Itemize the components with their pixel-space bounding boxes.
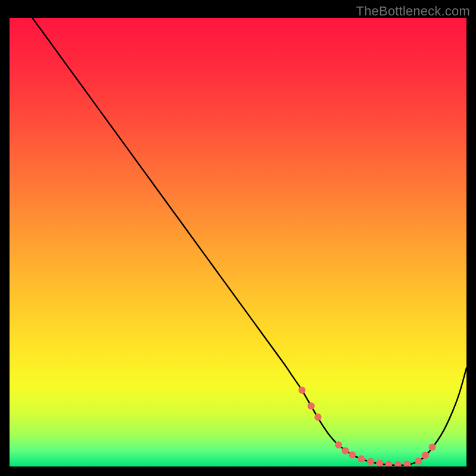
marker-dot: [308, 402, 315, 409]
marker-dot: [358, 455, 365, 462]
marker-dot: [314, 414, 321, 421]
watermark-text: TheBottleneck.com: [356, 4, 470, 19]
marker-dot: [349, 451, 356, 458]
chart-svg: [10, 18, 466, 466]
marker-dot: [367, 458, 374, 465]
marker-dot: [342, 447, 349, 455]
marker-dot: [335, 441, 342, 449]
gradient-background: [10, 18, 466, 466]
chart-container: TheBottleneck.com: [0, 0, 476, 476]
marker-dot: [299, 387, 306, 394]
marker-dot: [428, 444, 436, 451]
plot-area: [10, 18, 466, 466]
marker-dot: [422, 452, 429, 459]
marker-dot: [415, 458, 422, 465]
